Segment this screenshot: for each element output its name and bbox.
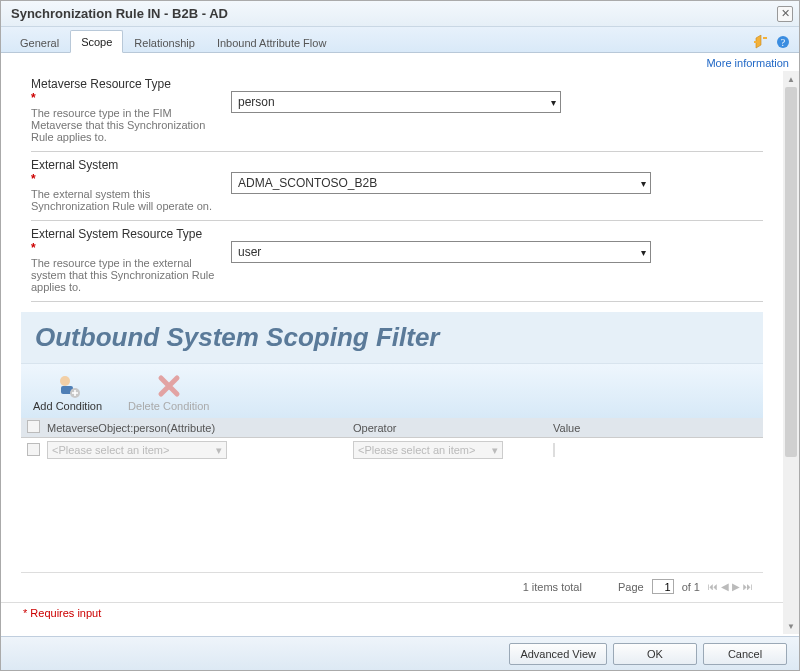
chevron-down-icon: ▾ xyxy=(492,444,498,457)
tool-label: Add Condition xyxy=(33,400,102,412)
favorite-icon[interactable] xyxy=(753,34,769,50)
section-header: Outbound System Scoping Filter xyxy=(21,312,763,364)
row-checkbox[interactable] xyxy=(27,443,40,456)
section-toolbar: Add Condition Delete Condition xyxy=(21,364,763,418)
vertical-scrollbar[interactable]: ▲ ▼ xyxy=(783,71,799,634)
table-row: <Please select an item> ▾ <Please select… xyxy=(21,438,763,462)
pager-first-icon[interactable]: ⏮ xyxy=(708,581,718,592)
col-value: Value xyxy=(553,422,763,434)
tab-inbound-flow[interactable]: Inbound Attribute Flow xyxy=(206,31,337,53)
select-value: user xyxy=(238,245,261,259)
scroll-down-icon[interactable]: ▼ xyxy=(783,618,799,634)
pager-last-icon[interactable]: ⏭ xyxy=(743,581,753,592)
svg-text:?: ? xyxy=(781,37,786,48)
external-type-select[interactable]: user ▾ xyxy=(231,241,651,263)
grid-header: MetaverseObject:person(Attribute) Operat… xyxy=(21,418,763,438)
col-operator: Operator xyxy=(353,422,553,434)
pager-next-icon[interactable]: ▶ xyxy=(732,581,740,592)
col-attribute: MetaverseObject:person(Attribute) xyxy=(43,422,353,434)
close-icon: ✕ xyxy=(781,8,790,19)
select-all-checkbox[interactable] xyxy=(27,420,40,433)
chevron-down-icon: ▾ xyxy=(216,444,222,457)
pager-of-label: of 1 xyxy=(682,581,700,593)
info-row: More information xyxy=(1,53,799,71)
field-desc: The resource type in the FIM Metaverse t… xyxy=(31,107,221,143)
field-desc: The external system this Synchronization… xyxy=(31,188,221,212)
tool-label: Delete Condition xyxy=(128,400,209,412)
field-external-system: External System * The external system th… xyxy=(31,152,763,221)
ok-button[interactable]: OK xyxy=(613,643,697,665)
delete-condition-icon xyxy=(156,372,182,400)
attribute-select[interactable]: <Please select an item> ▾ xyxy=(47,441,227,459)
advanced-view-button[interactable]: Advanced View xyxy=(509,643,607,665)
window-title: Synchronization Rule IN - B2B - AD xyxy=(11,6,228,21)
tabs-row: General Scope Relationship Inbound Attri… xyxy=(1,27,799,53)
required-marker: * xyxy=(31,241,221,255)
metaverse-type-select[interactable]: person ▾ xyxy=(231,91,561,113)
scroll-thumb[interactable] xyxy=(785,87,797,457)
field-external-type: External System Resource Type * The reso… xyxy=(31,221,763,302)
required-marker: * xyxy=(31,91,221,105)
help-icon[interactable]: ? xyxy=(775,34,791,50)
delete-condition-button: Delete Condition xyxy=(124,370,213,414)
requires-input-note: * Requires input xyxy=(1,602,783,619)
pager-prev-icon[interactable]: ◀ xyxy=(721,581,729,592)
field-metaverse-type: Metaverse Resource Type * The resource t… xyxy=(31,71,763,152)
content-area: Metaverse Resource Type * The resource t… xyxy=(1,71,783,634)
pager-page-label: Page xyxy=(618,581,644,593)
button-bar: Advanced View OK Cancel xyxy=(1,636,799,670)
field-desc: The resource type in the external system… xyxy=(31,257,221,293)
add-condition-button[interactable]: Add Condition xyxy=(29,370,106,414)
pager: 1 items total Page of 1 ⏮ ◀ ▶ ⏭ xyxy=(21,572,763,600)
chevron-down-icon: ▾ xyxy=(641,178,646,189)
pager-page-input[interactable] xyxy=(652,579,674,594)
more-info-link[interactable]: More information xyxy=(706,57,789,69)
select-value: person xyxy=(238,95,275,109)
scroll-up-icon[interactable]: ▲ xyxy=(783,71,799,87)
tab-general[interactable]: General xyxy=(9,31,70,53)
field-label: External System xyxy=(31,158,221,172)
field-label: External System Resource Type xyxy=(31,227,221,241)
field-label: Metaverse Resource Type xyxy=(31,77,221,91)
operator-select[interactable]: <Please select an item> ▾ xyxy=(353,441,503,459)
cancel-button[interactable]: Cancel xyxy=(703,643,787,665)
scroll-track[interactable] xyxy=(783,87,799,618)
pager-total: 1 items total xyxy=(523,581,582,593)
chevron-down-icon: ▾ xyxy=(641,247,646,258)
section-title: Outbound System Scoping Filter xyxy=(35,322,749,353)
svg-point-2 xyxy=(60,376,70,386)
chevron-down-icon: ▾ xyxy=(551,97,556,108)
select-value: ADMA_SCONTOSO_B2B xyxy=(238,176,377,190)
tab-scope[interactable]: Scope xyxy=(70,30,123,53)
required-marker: * xyxy=(31,172,221,186)
title-bar: Synchronization Rule IN - B2B - AD ✕ xyxy=(1,1,799,27)
add-condition-icon xyxy=(55,372,81,400)
external-system-select[interactable]: ADMA_SCONTOSO_B2B ▾ xyxy=(231,172,651,194)
close-button[interactable]: ✕ xyxy=(777,6,793,22)
scoping-filter-section: Outbound System Scoping Filter Add Condi… xyxy=(21,312,763,462)
tab-relationship[interactable]: Relationship xyxy=(123,31,206,53)
select-placeholder: <Please select an item> xyxy=(52,444,169,456)
value-input[interactable] xyxy=(553,443,555,457)
select-placeholder: <Please select an item> xyxy=(358,444,475,456)
